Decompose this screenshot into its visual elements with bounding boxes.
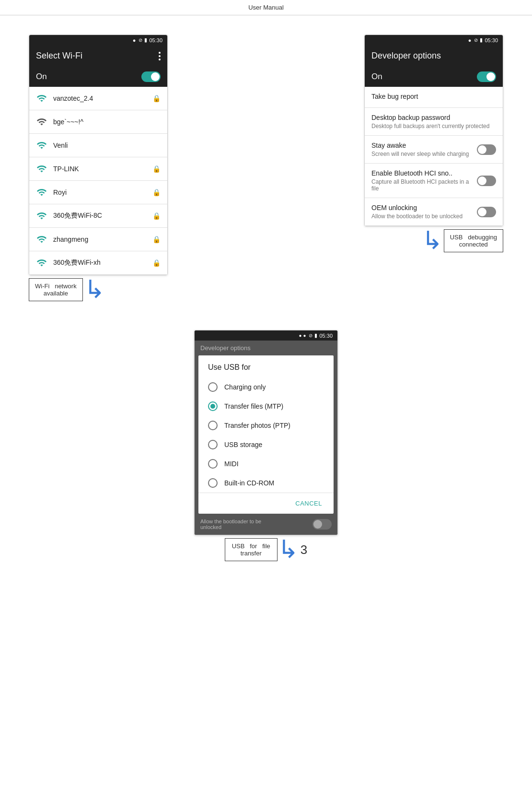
lock-icon-6: 🔒: [152, 212, 161, 220]
wifi-signal-icon-7: [36, 234, 47, 245]
usb-file-arrow-row: USB for filetransfer ↲ 3: [194, 538, 338, 561]
radio-midi[interactable]: [208, 459, 218, 469]
dialog-option-2-label: Transfer files (MTP): [224, 402, 283, 410]
dev-section-1-title: Take bug report: [371, 93, 496, 100]
dialog-option-2[interactable]: Transfer files (MTP): [198, 397, 334, 416]
radio-charging-only[interactable]: [208, 382, 218, 392]
wifi-icon-status: ●: [133, 37, 136, 43]
dialog-bg-title: Developer options: [195, 341, 337, 355]
dialog-icons-left: ● ●: [299, 333, 306, 338]
dialog-card: Use USB for Charging only Transfer files…: [198, 355, 334, 514]
dev-toggle[interactable]: [477, 71, 496, 82]
usb-debug-label-box: USB debuggingconnected: [444, 229, 503, 252]
wifi-name-1: vanzotec_2.4: [53, 94, 93, 102]
wifi-name-7: zhangmeng: [53, 236, 88, 243]
dev-title-bar: Developer options: [365, 45, 503, 67]
dev-phone-mock: ● ⊘ ▮ 05:30 Developer options On: [364, 35, 503, 226]
dev-section-5[interactable]: OEM unlocking Allow the bootloader to be…: [365, 198, 503, 226]
usb-debug-arrow: ↳: [422, 231, 443, 251]
dev-on-row: On: [365, 67, 503, 87]
wifi-item-6[interactable]: 360免费WiFi-8C 🔒: [29, 204, 167, 228]
wifi-item-1[interactable]: vanzotec_2.4 🔒: [29, 87, 167, 110]
dialog-option-6[interactable]: Built-in CD-ROM: [198, 473, 334, 493]
dev-section-3-title: Stay awake: [371, 141, 469, 149]
wifi-name-4: TP-LINK: [53, 165, 79, 173]
dialog-option-6-label: Built-in CD-ROM: [224, 479, 274, 487]
dev-section-3[interactable]: Stay awake Screen will never sleep while…: [365, 136, 503, 164]
dialog-phone-mock: ● ● ⊘ ▮ 05:30 Developer options Use USB …: [194, 330, 338, 535]
wifi-title-bar: Select Wi-Fi: [29, 45, 167, 67]
wifi-item-2[interactable]: bge`~~~!^: [29, 110, 167, 134]
bottom-section: ● ● ⊘ ▮ 05:30 Developer options Use USB …: [29, 330, 503, 561]
dev-time: 05:30: [485, 37, 498, 43]
dev-title: Developer options: [371, 51, 441, 61]
wifi-toggle[interactable]: [141, 71, 161, 82]
dialog-option-1[interactable]: Charging only: [198, 377, 334, 397]
dialog-signal-off: ⊘: [309, 333, 312, 338]
wifi-item-3[interactable]: Venli: [29, 134, 167, 157]
wifi-list: vanzotec_2.4 🔒 bge`~~~!^: [29, 87, 167, 275]
wifi-time: 05:30: [149, 37, 162, 43]
cancel-button[interactable]: CANCEL: [291, 497, 326, 510]
wifi-signal-icon-5: [36, 187, 47, 198]
dialog-bottom-bg: Allow the bootloader to beunlocked: [195, 514, 337, 535]
lock-icon-5: 🔒: [152, 188, 161, 196]
dialog-option-3[interactable]: Transfer photos (PTP): [198, 416, 334, 435]
battery-icon: ▮: [144, 37, 147, 43]
dev-section-2-title: Desktop backup password: [371, 114, 496, 121]
wifi-name-3: Venli: [53, 141, 68, 149]
dialog-option-5[interactable]: MIDI: [198, 454, 334, 473]
oem-toggle[interactable]: [477, 207, 496, 217]
wifi-phone-mock: ● ⊘ ▮ 05:30 Select Wi-Fi On: [29, 35, 168, 275]
wifi-item-4[interactable]: TP-LINK 🔒: [29, 157, 167, 181]
dialog-status-bar: ● ● ⊘ ▮ 05:30: [195, 330, 337, 341]
wifi-signal-icon-6: [36, 210, 47, 222]
top-row: ● ⊘ ▮ 05:30 Select Wi-Fi On: [29, 35, 503, 301]
wifi-signal-icon-3: [36, 140, 47, 151]
usb-debug-annotation: ↳ USB debuggingconnected: [364, 229, 503, 252]
usb-debug-annotation-text: USB debuggingconnected: [450, 234, 497, 248]
developer-section: ● ⊘ ▮ 05:30 Developer options On: [364, 35, 503, 252]
dialog-option-4-label: USB storage: [224, 441, 262, 448]
dialog-phone-wrapper: ● ● ⊘ ▮ 05:30 Developer options Use USB …: [194, 330, 338, 561]
dialog-bottom-text: Allow the bootloader to beunlocked: [200, 518, 261, 530]
more-icon[interactable]: [159, 52, 161, 60]
dev-signal-off-icon: ⊘: [474, 37, 478, 43]
lock-icon-8: 🔒: [152, 259, 161, 267]
dialog-cancel-row: CANCEL: [198, 493, 334, 514]
dev-section-4[interactable]: Enable Bluetooth HCI sno.. Capture all B…: [365, 164, 503, 198]
dev-section-2[interactable]: Desktop backup password Desktop full bac…: [365, 108, 503, 136]
dev-section-4-title: Enable Bluetooth HCI sno..: [371, 169, 477, 177]
dialog-option-5-label: MIDI: [224, 460, 239, 468]
bottom-toggle: [312, 519, 332, 530]
usb-file-annotation-text: USB for filetransfer: [232, 542, 270, 557]
wifi-item-5[interactable]: Royi 🔒: [29, 181, 167, 204]
bluetooth-toggle[interactable]: [477, 176, 496, 186]
wifi-signal-icon-2: [36, 116, 47, 128]
radio-transfer-files[interactable]: [208, 401, 218, 411]
wifi-item-7[interactable]: zhangmeng 🔒: [29, 228, 167, 251]
dev-icon-status: ●: [468, 37, 472, 43]
radio-cdrom[interactable]: [208, 478, 218, 488]
lock-icon-7: 🔒: [152, 236, 161, 243]
stay-awake-toggle[interactable]: [477, 144, 496, 155]
dev-section-2-sub: Desktop full backups aren't currently pr…: [371, 123, 496, 130]
wifi-signal-icon-1: [36, 93, 47, 104]
wifi-title: Select Wi-Fi: [36, 51, 82, 61]
dev-section-5-title: OEM unlocking: [371, 204, 463, 212]
wifi-arrow: ↲: [84, 280, 105, 300]
wifi-section: ● ⊘ ▮ 05:30 Select Wi-Fi On: [29, 35, 168, 301]
wifi-on-label: On: [36, 72, 47, 82]
radio-transfer-photos[interactable]: [208, 421, 218, 430]
dev-section-5-sub: Allow the bootloader to be unlocked: [371, 213, 463, 220]
radio-usb-storage[interactable]: [208, 440, 218, 449]
page-header: User Manual: [0, 0, 532, 15]
wifi-item-8[interactable]: 360免费WiFi-xh 🔒: [29, 251, 167, 275]
dev-battery-icon: ▮: [480, 37, 483, 43]
dev-section-1[interactable]: Take bug report: [365, 87, 503, 108]
dialog-title: Use USB for: [198, 355, 334, 377]
lock-icon-1: 🔒: [152, 94, 161, 102]
dialog-time: 05:30: [319, 333, 333, 339]
wifi-annotation: Wi-Fi networkavailable ↲: [29, 278, 168, 301]
dialog-option-4[interactable]: USB storage: [198, 435, 334, 454]
